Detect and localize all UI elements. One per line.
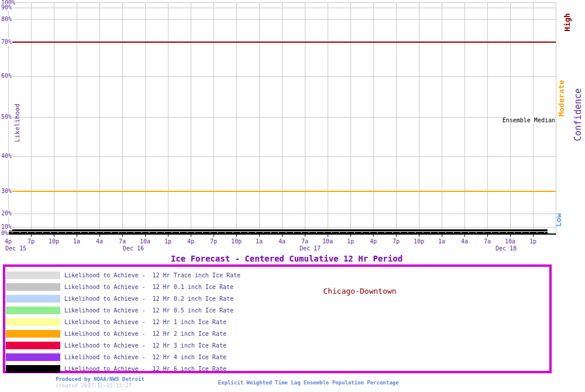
- x-tick-label: 4a: [278, 238, 285, 245]
- legend-item: Likelihood to Achieve - 12 Hr 1 inch Ice…: [6, 316, 240, 328]
- x-tick-mark: [168, 235, 168, 237]
- vertical-gridline: [464, 3, 465, 233]
- legend-item: Likelihood to Achieve - 12 Hr 4 inch Ice…: [6, 351, 240, 363]
- x-tick-label: 4p: [5, 238, 12, 245]
- x-tick-label: 7p: [210, 238, 217, 245]
- x-tick-mark: [259, 235, 260, 237]
- x-tick-label: 4p: [187, 238, 194, 245]
- x-tick-label: 10p: [231, 238, 242, 245]
- legend-item-label: Likelihood to Achieve - 12 Hr 2 inch Ice…: [64, 330, 226, 338]
- x-tick-mark: [191, 235, 191, 237]
- horizontal-gridline: [9, 117, 556, 118]
- legend-item: Likelihood to Achieve - 12 Hr 0.1 inch I…: [6, 281, 240, 293]
- x-date-label: Dec 17: [300, 245, 321, 252]
- footer-produced-by: Produced by NOAA/NWS Detroit: [56, 376, 144, 382]
- x-tick-label: 10p: [414, 238, 424, 245]
- legend-swatch: [6, 307, 60, 314]
- legend-swatch: [6, 318, 60, 326]
- legend-item-label: Likelihood to Achieve - 12 Hr 3 inch Ice…: [64, 342, 226, 349]
- x-tick-label: 7a: [301, 238, 308, 245]
- legend-item: Likelihood to Achieve - 12 Hr 0.5 inch I…: [6, 304, 240, 316]
- vertical-gridline: [145, 3, 146, 233]
- vertical-gridline: [396, 3, 397, 233]
- y-tick-label: 0%: [1, 230, 9, 237]
- confidence-band-label: Low: [554, 213, 563, 226]
- x-tick-mark: [305, 235, 305, 237]
- legend-item-label: Likelihood to Achieve - 12 Hr 0.1 inch I…: [64, 283, 233, 291]
- x-date-label: Dec 18: [495, 245, 517, 252]
- x-tick-label: 7a: [484, 238, 491, 245]
- x-tick-mark: [214, 235, 214, 237]
- x-tick-mark: [464, 235, 465, 237]
- y-tick-label: 90%: [1, 4, 12, 11]
- x-tick-label: 4a: [96, 238, 103, 245]
- horizontal-gridline: [9, 214, 556, 214]
- x-tick-label: 7p: [393, 238, 400, 245]
- horizontal-gridline: [9, 19, 556, 20]
- legend-box: Likelihood to Achieve - 12 Hr Trace inch…: [3, 264, 552, 373]
- x-tick-mark: [99, 235, 100, 237]
- vertical-gridline: [328, 3, 328, 233]
- y-tick-label: 80%: [1, 16, 12, 23]
- vertical-gridline: [487, 3, 488, 233]
- x-tick-mark: [373, 235, 374, 237]
- legend-swatch: [6, 295, 60, 302]
- legend-swatch: [6, 271, 60, 279]
- vertical-gridline: [305, 3, 305, 233]
- legend-swatch: [6, 342, 60, 349]
- legend-swatch: [6, 283, 60, 291]
- horizontal-gridline: [9, 8, 556, 8]
- x-date-label: Dec 15: [5, 245, 26, 252]
- vertical-gridline: [419, 3, 419, 233]
- horizontal-gridline: [9, 156, 556, 157]
- ensemble-median-annotation: Ensemble Median: [503, 117, 555, 123]
- x-tick-mark: [77, 235, 77, 237]
- vertical-gridline: [31, 3, 32, 233]
- x-tick-label: 1p: [529, 238, 536, 245]
- x-tick-label: 1a: [256, 238, 263, 245]
- vertical-gridline: [99, 3, 100, 233]
- x-tick-mark: [145, 235, 146, 237]
- x-tick-label: 10a: [322, 238, 333, 245]
- vertical-gridline: [168, 3, 168, 233]
- legend-item-label: Likelihood to Achieve - 12 Hr 4 inch Ice…: [64, 353, 226, 361]
- y-tick-label: 60%: [1, 73, 12, 80]
- location-label: Chicago-Downtown: [323, 287, 396, 295]
- legend-rows: Likelihood to Achieve - 12 Hr Trace inch…: [6, 269, 240, 374]
- vertical-gridline: [442, 3, 442, 233]
- y-tick-label: 70%: [1, 39, 12, 46]
- x-tick-mark: [31, 235, 32, 237]
- x-tick-mark: [54, 235, 54, 237]
- legend-item-label: Likelihood to Achieve - 12 Hr 6 inch Ice…: [64, 365, 226, 373]
- legend-swatch: [6, 353, 60, 361]
- x-tick-mark: [236, 235, 237, 237]
- x-tick-label: 7p: [27, 238, 35, 245]
- x-tick-label: 1a: [73, 238, 80, 245]
- x-tick-mark: [282, 235, 283, 237]
- x-tick-mark: [419, 235, 419, 237]
- x-tick-label: 1p: [164, 238, 171, 245]
- y-tick-label: 20%: [1, 210, 12, 217]
- flat-zero-likelihood-data-line: [8, 229, 548, 233]
- legend-swatch: [6, 330, 60, 338]
- legend-item: Likelihood to Achieve - 12 Hr 6 inch Ice…: [6, 363, 240, 374]
- vertical-gridline: [54, 3, 54, 233]
- x-tick-mark: [122, 235, 123, 237]
- x-tick-mark: [350, 235, 351, 237]
- x-tick-mark: [442, 235, 442, 237]
- confidence-threshold-line: [9, 191, 556, 192]
- x-tick-mark: [396, 235, 397, 237]
- y-tick-label: 50%: [1, 114, 12, 121]
- x-tick-label: 4p: [370, 238, 377, 245]
- x-tick-label: 10a: [505, 238, 515, 245]
- confidence-threshold-line: [9, 42, 556, 43]
- legend-item-label: Likelihood to Achieve - 12 Hr 0.5 inch I…: [64, 307, 233, 314]
- footer-created-timestamp: created 2017-12-15 15:27: [56, 383, 132, 388]
- legend-item-label: Likelihood to Achieve - 12 Hr 1 inch Ice…: [64, 318, 226, 326]
- x-date-label: Dec 16: [123, 245, 144, 252]
- x-tick-mark: [510, 235, 511, 237]
- chart-title: Ice Forecast - Centered Cumulative 12 Hr…: [171, 254, 402, 263]
- vertical-gridline: [282, 3, 283, 233]
- vertical-gridline: [259, 3, 260, 233]
- legend-item: Likelihood to Achieve - 12 Hr 3 inch Ice…: [6, 339, 240, 351]
